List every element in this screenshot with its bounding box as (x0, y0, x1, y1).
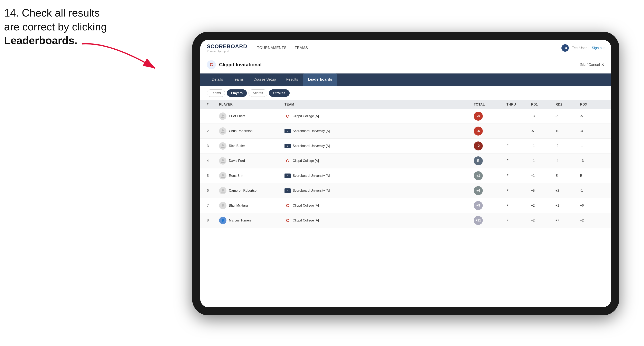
player-avatar (219, 113, 226, 120)
tab-results[interactable]: Results (281, 73, 303, 86)
row-position: 4 (207, 159, 219, 163)
table-row: 1 Elliot Ebert C Clippd College [A] -8 F… (200, 109, 611, 124)
col-rd1: RD1 (531, 103, 556, 106)
team-name: Clippd College [A] (293, 114, 319, 118)
logo-sub: Powered by clippd (207, 50, 247, 53)
team-name: Scoreboard University [A] (293, 144, 330, 148)
nav-teams[interactable]: TEAMS (295, 44, 308, 52)
tab-leaderboards[interactable]: Leaderboards (303, 73, 337, 86)
table-row: 7 Blair McHarg C Clippd College [A] +9 F… (200, 198, 611, 213)
team-name: Scoreboard University [A] (293, 189, 330, 192)
total-cell: -8 (474, 112, 506, 121)
team-logo-scoreboard: ≡ (284, 129, 291, 133)
row-position: 6 (207, 189, 219, 193)
rd3-value: -1 (580, 144, 604, 148)
table-row: 5 Rees Britt ≡ Scoreboard University [A]… (200, 169, 611, 183)
score-badge: +9 (474, 201, 483, 210)
table-row: 6 Cameron Robertson ≡ Scoreboard Univers… (200, 183, 611, 198)
filter-teams[interactable]: Teams (207, 89, 225, 97)
team-logo-clippd: C (284, 202, 291, 209)
player-name: Blair McHarg (229, 204, 248, 207)
player-avatar (219, 157, 226, 165)
thru-value: F (506, 144, 531, 148)
total-cell: E (474, 156, 506, 165)
tab-course-setup[interactable]: Course Setup (248, 73, 281, 86)
team-logo-clippd: C (284, 217, 291, 223)
rd3-value: -1 (580, 189, 604, 192)
cancel-button[interactable]: Cancel ✕ (588, 62, 604, 67)
user-avatar: TU (562, 44, 569, 52)
team-cell: ≡ Scoreboard University [A] (284, 173, 474, 178)
thru-value: F (506, 129, 531, 133)
team-logo-scoreboard: ≡ (284, 144, 291, 148)
player-cell: Blair McHarg (219, 202, 284, 209)
rd3-value: +6 (580, 204, 604, 207)
tab-details[interactable]: Details (207, 73, 228, 86)
team-logo-scoreboard: ≡ (284, 173, 291, 178)
score-badge: +11 (474, 216, 483, 225)
rd2-value: +2 (556, 189, 580, 192)
total-cell: -4 (474, 127, 506, 136)
row-position: 5 (207, 174, 219, 178)
total-cell: +9 (474, 201, 506, 210)
rd1-value: +1 (531, 174, 556, 177)
top-nav: SCOREBOARD Powered by clippd TOURNAMENTS… (200, 40, 611, 56)
signout-link[interactable]: Sign out (592, 46, 604, 50)
thru-value: F (506, 114, 531, 118)
player-cell: David Ford (219, 157, 284, 165)
row-position: 8 (207, 218, 219, 222)
svg-point-7 (222, 204, 224, 206)
team-cell: ≡ Scoreboard University [A] (284, 188, 474, 193)
player-name: Rich Butler (229, 144, 245, 148)
tablet-screen: SCOREBOARD Powered by clippd TOURNAMENTS… (200, 40, 611, 307)
user-label: Test User | (572, 46, 588, 50)
nav-tournaments[interactable]: TOURNAMENTS (257, 44, 286, 52)
rd2-value: -4 (556, 159, 580, 163)
table-header: # PLAYER TEAM TOTAL THRU RD1 RD2 RD3 (200, 100, 611, 109)
col-player: PLAYER (219, 103, 284, 106)
player-name: Cameron Robertson (229, 189, 258, 192)
col-team: TEAM (284, 103, 474, 106)
rd3-value: +2 (580, 219, 604, 222)
player-avatar (219, 172, 226, 179)
score-badge: -2 (474, 142, 483, 151)
player-name: David Ford (229, 159, 245, 163)
thru-value: F (506, 159, 531, 163)
filter-strokes[interactable]: Strokes (269, 89, 290, 97)
team-name: Scoreboard University [A] (293, 174, 330, 177)
rd2-value: E (556, 174, 580, 177)
player-cell: Cameron Robertson (219, 187, 284, 194)
team-name: Clippd College [A] (293, 159, 319, 163)
rd1-value: +2 (531, 204, 556, 207)
rd1-value: -5 (531, 129, 556, 133)
filter-scores[interactable]: Scores (248, 89, 267, 97)
table-body: 1 Elliot Ebert C Clippd College [A] -8 F… (200, 109, 611, 307)
team-cell: ≡ Scoreboard University [A] (284, 129, 474, 133)
team-cell: C Clippd College [A] (284, 158, 474, 164)
rd3-value: E (580, 174, 604, 177)
thru-value: F (506, 204, 531, 207)
table-row: 3 Rich Butler ≡ Scoreboard University [A… (200, 139, 611, 154)
filter-bar: Teams Players Scores Strokes (200, 86, 611, 100)
player-cell: Rees Britt (219, 172, 284, 179)
score-badge: +1 (474, 171, 483, 180)
rd1-value: +1 (531, 159, 556, 163)
rd2-value: +1 (556, 204, 580, 207)
rd3-value: +3 (580, 159, 604, 163)
total-cell: +11 (474, 216, 506, 225)
tablet-frame: SCOREBOARD Powered by clippd TOURNAMENTS… (192, 32, 619, 315)
tournament-icon: C (207, 60, 216, 69)
col-total: TOTAL (474, 103, 506, 106)
svg-point-6 (222, 189, 224, 191)
col-pos: # (207, 103, 219, 106)
player-avatar (219, 142, 226, 150)
nav-right: TU Test User | Sign out (562, 44, 604, 52)
player-avatar (219, 127, 226, 135)
tab-teams[interactable]: Teams (228, 73, 248, 86)
filter-players[interactable]: Players (227, 89, 247, 97)
team-name: Clippd College [A] (293, 219, 319, 222)
team-logo-clippd: C (284, 113, 291, 119)
score-badge: E (474, 156, 483, 165)
team-logo-clippd: C (284, 158, 291, 164)
tournament-header: C Clippd Invitational (Men) Cancel ✕ (200, 56, 611, 73)
